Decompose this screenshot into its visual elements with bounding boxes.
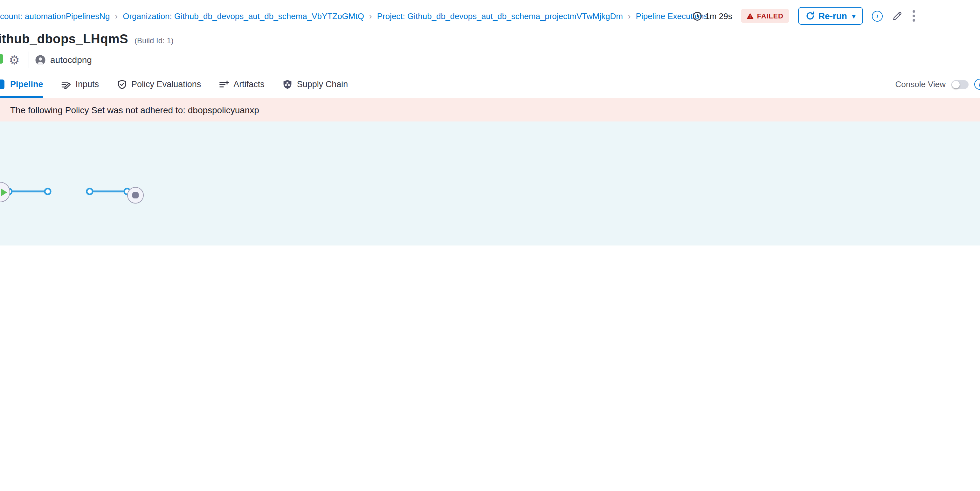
divider xyxy=(29,51,29,68)
breadcrumb-project[interactable]: Project: Github_db_devops_aut_db_schema_… xyxy=(377,11,623,21)
info-icon[interactable]: i xyxy=(872,11,883,21)
caret-down-icon: ▾ xyxy=(852,13,855,19)
edit-pipeline-icon[interactable] xyxy=(892,11,902,21)
policy-error-banner: The following Policy Set was not adhered… xyxy=(0,98,980,121)
supply-chain-icon xyxy=(282,79,293,89)
user-avatar-icon xyxy=(35,54,46,65)
breadcrumb-separator-icon: › xyxy=(628,11,631,21)
tab-policy-evaluations[interactable]: Policy Evaluations xyxy=(108,71,210,98)
tag-badge xyxy=(0,54,3,64)
breadcrumb-organization[interactable]: Organization: Github_db_devops_aut_db_sc… xyxy=(123,11,364,21)
tab-inputs[interactable]: Inputs xyxy=(52,71,108,98)
user-name: autocdpng xyxy=(50,55,92,65)
breadcrumb-separator-icon: › xyxy=(369,11,372,21)
inputs-icon xyxy=(61,79,71,89)
breadcrumb-bar: count: automationPipelinesNg › Organizat… xyxy=(0,0,980,32)
warning-icon xyxy=(747,13,754,19)
tab-pipeline[interactable]: Pipeline xyxy=(0,71,52,98)
artifacts-icon xyxy=(219,79,229,89)
triggered-by-user[interactable]: autocdpng xyxy=(35,54,92,65)
shield-check-icon xyxy=(117,79,127,89)
gear-icon[interactable]: ⚙ xyxy=(9,54,20,66)
stop-icon xyxy=(132,192,138,199)
pipeline-execution-page: count: automationPipelinesNg › Organizat… xyxy=(0,0,980,246)
elapsed-time: 1m 29s xyxy=(692,11,732,21)
pipeline-title: ithub_dbops_LHqmS xyxy=(0,32,128,46)
breadcrumb: count: automationPipelinesNg › Organizat… xyxy=(0,11,708,21)
execution-meta-row: ⚙ autocdpng xyxy=(0,49,980,71)
console-view-toggle[interactable] xyxy=(951,80,969,89)
status-badge: FAILED xyxy=(741,9,789,23)
execution-header: ithub_dbops_LHqmS (Build Id: 1) ⚙ autocd… xyxy=(0,32,980,71)
pipeline-icon xyxy=(0,79,5,89)
play-icon xyxy=(1,188,8,197)
tab-supply-chain[interactable]: Supply Chain xyxy=(274,71,357,98)
rerun-button[interactable]: Re-run ▾ xyxy=(798,7,863,25)
build-id: (Build Id: 1) xyxy=(135,36,173,45)
stage-links xyxy=(0,121,623,246)
pipeline-end-node xyxy=(127,187,144,203)
refresh-icon xyxy=(806,11,815,21)
stage-graph-canvas[interactable]: </> cs1 + − xyxy=(0,121,980,246)
breadcrumb-account[interactable]: count: automationPipelinesNg xyxy=(0,11,110,21)
console-view-info-icon[interactable]: i xyxy=(974,79,980,90)
clock-icon xyxy=(692,11,702,21)
console-view-label: Console View xyxy=(895,79,946,89)
execution-tabs: Pipeline Inputs Policy Evaluations Artif… xyxy=(0,71,980,98)
more-options-icon[interactable] xyxy=(911,9,916,23)
tab-artifacts[interactable]: Artifacts xyxy=(210,71,274,98)
breadcrumb-separator-icon: › xyxy=(115,11,118,21)
